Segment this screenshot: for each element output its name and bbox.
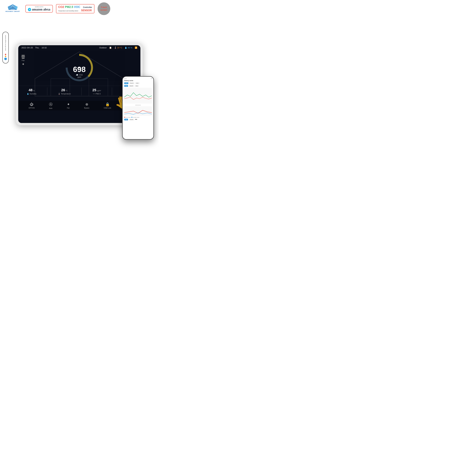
fan-bar-2 [21,56,25,57]
year-tab[interactable]: Year [135,85,139,87]
google-assistant-sidebar: works with the Google Assistant [2,32,9,64]
legend-temp-dot [124,117,125,118]
humidity-metric: 48 % 💧 Humidity [27,88,36,95]
pm25-unit: μg/m³ [97,90,101,92]
co2-label-title: CO2 [58,5,64,9]
metric-divider-3 [112,87,112,95]
pm25-tab[interactable]: Pm2.5 [129,82,134,84]
top-header: HESSWAY SMART WORKS WITH ◎ amazon alexa … [0,0,159,17]
co2-tab[interactable]: CO2 [124,82,128,84]
bypass-control[interactable]: ⊕ Bypass [84,102,89,109]
brand-logo: HESSWAY SMART [3,4,22,14]
off-on-control[interactable]: ⏻ OFF/ON [29,102,34,109]
product-title-badge: CO2 PM2.5 VOC Controller Temperature and… [56,4,94,13]
brand-name-text: HESSWAY SMART [5,11,20,12]
google-sidebar-text: works with the Google Assistant [5,35,6,51]
outdoor-info: Outdoor 📋 🌡️ 19 °C 💧 48 % 📶 [99,47,137,49]
legend-temp-label: Temp Indoor [125,117,131,118]
temp-value: 26 [61,88,65,92]
bottom-value: 540 [135,119,137,120]
google-dot-red [5,54,6,55]
child-lock-label: Child Lock [104,107,111,109]
phone-chart-area [124,88,152,104]
voc-label-title: VOC [74,5,80,9]
power-icon: ⏻ [30,102,33,106]
humidity-unit: % [33,90,34,92]
fan-bar-3 [22,58,25,59]
humidity-value: 48 [29,88,32,92]
alexa-icon: ◎ [28,8,31,11]
fan-speed-bars [21,55,25,59]
pm25-label-text: PM2.5 [96,93,101,95]
child-lock-control[interactable]: 🔒 Child Lock [104,102,111,109]
co2-cloud-icon: ☁️ [76,74,78,76]
fan-bar-1 [22,55,25,56]
chart-svg [124,88,152,104]
auto-label: Auto [49,107,52,109]
phone-title: history curve [124,80,152,81]
phone-legend: Temp Indoor Humidity Indoor [124,117,152,118]
day-tab[interactable]: Day [124,85,128,87]
legend-temp-indoor: Temp Indoor [124,117,131,118]
google-dots [4,54,7,60]
auto-control[interactable]: Ⓐ Auto [49,102,52,109]
legend-humid-label: Humidity Indoor [133,117,139,118]
alexa-text-label: amazon alexa [32,8,50,11]
alexa-badge: WORKS WITH ◎ amazon alexa [25,5,53,13]
bottom-month-tab[interactable]: Month [129,119,134,120]
screen-size-badge: 7-inch screen [98,2,110,15]
copy-icon: 📋 [109,47,112,49]
product-title-line1: CO2 PM2.5 VOC Controller Temperature and… [58,5,92,12]
co2-unit-label: ☁️ CO2 ppm [73,74,86,78]
bypass-label: Bypass [84,107,89,109]
phone-sensor-tabs: CO2 Pm2.5 VOC [124,82,152,84]
month-tab[interactable]: Month [129,85,134,87]
alexa-brand-text: ◎ amazon alexa [28,8,50,11]
bypass-icon: ⊕ [85,102,88,106]
humidity-label-row: 💧 Humidity [27,93,36,95]
sensor-label: SENSOR [81,9,92,12]
phone-chart-area-2 [124,106,152,116]
temp-label-text: Temperature [61,93,71,95]
brand-logo-icon [6,4,19,10]
legend-humidity-indoor: Humidity Indoor [131,117,139,118]
metric-divider-1 [47,87,47,95]
legend-humid-dot [131,117,132,118]
metric-divider-2 [81,87,82,95]
phone-date-label: 2022/02/22 [124,104,152,106]
pm25-icon: 〰️ [93,93,95,95]
voc-tab[interactable]: VOC [135,82,139,84]
bottom-day-tab[interactable]: Day [124,119,128,120]
temp-detect-label: Temperature and humidity detect [58,10,78,12]
google-dot-yellow [5,56,6,57]
outdoor-humidity: 💧 48 % [125,47,132,49]
phone-mockup: 12:17 ▪▪▪ history curve CO2 Pm2.5 VOC Da… [122,76,154,140]
fan-label-text: Fan [22,60,25,61]
phone-time-tabs: Day Month Year [124,85,152,87]
thermometer-icon: 🌡️ [58,93,60,95]
humidity-value-row: 48 % [29,88,34,92]
fan-control-icon: ✦ [67,102,70,106]
controller-label: Controller [83,6,92,8]
pm25-label-title: PM2.5 [65,5,73,9]
chart-svg-2 [124,106,152,116]
lock-icon: 🔒 [105,102,110,106]
humidity-drop-icon: 💧 [27,93,29,95]
wifi-icon: 📶 [135,47,137,49]
google-dot-blue [4,58,7,60]
fan-control-label: Fan [67,107,70,109]
co2-value: 698 [73,65,86,74]
phone-battery: ▪▪▪ [151,78,152,79]
temp-label-row: 🌡️ Temperature [58,93,71,95]
temp-value-row: 26 °C [61,88,68,92]
works-with-text: WORKS WITH [35,6,43,8]
phone-status-bar: 12:17 ▪▪▪ [124,78,152,79]
screen-date: 2022–04–25 Thu. 10:32 [21,47,47,49]
fan-control[interactable]: ✦ Fan [67,102,70,109]
outdoor-temp: 🌡️ 19 °C [114,47,122,49]
fan-spin-icon: ✦ [22,62,25,66]
phone-bottom-tabs: Day Month 540 [124,119,152,120]
phone-screen: 12:17 ▪▪▪ history curve CO2 Pm2.5 VOC Da… [123,77,153,139]
humidity-label-text: Humidity [30,93,36,95]
fan-panel: Fan ✦ [21,55,25,66]
